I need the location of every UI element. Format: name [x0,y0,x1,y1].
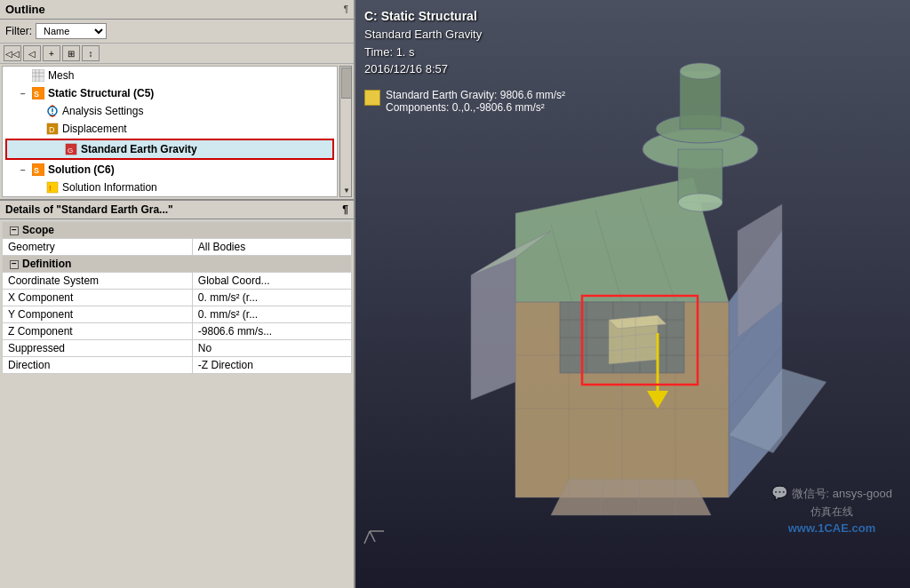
y-component-row: Y Component 0. mm/s² (r... [3,306,352,323]
tree-item-static-structural[interactable]: − S Static Structural (C5) [3,84,337,102]
scope-section-row: Scope [3,222,352,239]
tree-item-solution-info[interactable]: ! Solution Information [3,179,337,196]
displacement-icon: D [45,122,60,136]
x-component-value: 0. mm/s² (r... [192,290,351,306]
left-panel: Outline ¶ Filter: Name ◁◁ ◁ + ⊞ ↕ [0,0,355,588]
details-pin[interactable]: ¶ [342,203,348,216]
static-structural-icon: S [31,86,45,100]
x-component-key: X Component [3,290,193,306]
coord-system-value: Global Coord... [192,273,351,290]
outline-scroll-thumb[interactable] [341,68,352,99]
tree-label-sol-info: Solution Information [62,181,157,194]
direction-row: Direction -Z Direction [3,357,352,374]
svg-text:!: ! [49,184,52,193]
geometry-key: Geometry [3,239,193,256]
outline-pin[interactable]: ¶ [344,4,348,14]
definition-section-row: Definition [3,256,352,273]
details-title: Details of "Standard Earth Gra..." ¶ [0,201,354,219]
legend-color-icon [364,90,380,106]
right-panel[interactable]: C: Static Structural Standard Earth Grav… [355,0,910,588]
svg-point-9 [52,113,53,115]
watermark: 💬 微信号: ansys-good 仿真在线 www.1CAE.com [771,485,892,535]
tree-label-analysis: Analysis Settings [62,105,143,117]
tree-label-gravity: Standard Earth Gravity [81,143,197,155]
suppressed-key: Suppressed [3,340,193,357]
toolbar-btn-sort[interactable]: ↕ [82,45,100,61]
info-overlay: C: Static Structural Standard Earth Grav… [364,7,482,78]
viewport-title-line3: Time: 1. s [364,44,482,61]
geometry-value: All Bodies [192,239,351,256]
filter-select[interactable]: Name [36,23,107,39]
coord-system-key: Coordinate System [3,273,193,290]
suppressed-value: No [192,340,351,357]
details-table: Scope Geometry All Bodies Definition Coo… [2,221,352,374]
filter-label: Filter: [5,25,32,37]
tree-list: Mesh − S Static Structural (C5) [2,66,338,197]
gravity-highlight-box: G Standard Earth Gravity [5,139,334,160]
site-watermark: 仿真在线 [771,505,892,520]
filter-row: Filter: Name [0,20,354,44]
x-component-row: X Component 0. mm/s² (r... [3,290,352,306]
tree-item-displacement[interactable]: D Displacement [3,120,337,138]
tree-label-mesh: Mesh [48,69,74,82]
svg-marker-56 [551,480,711,515]
outline-section: Outline ¶ Filter: Name ◁◁ ◁ + ⊞ ↕ [0,0,354,201]
z-component-key: Z Component [3,323,193,340]
tree-label-solution: Solution (C6) [48,163,115,176]
tree-item-solution[interactable]: − S Solution (C6) [3,161,337,179]
solution-info-icon: ! [45,180,60,195]
outline-title: Outline [5,3,45,16]
legend-label: Standard Earth Gravity: 9806.6 mm/s² [386,89,565,101]
svg-point-62 [680,63,721,79]
y-component-key: Y Component [3,306,193,323]
toolbar-btn-back-back[interactable]: ◁◁ [4,45,21,61]
direction-key: Direction [3,357,193,374]
tree-label-static: Static Structural (C5) [48,87,154,99]
z-component-row: Z Component -9806.6 mm/s... [3,323,352,340]
scroll-down-btn[interactable]: ▼ [340,184,353,196]
viewport-title-line1: C: Static Structural [364,7,482,26]
wechat-label: 微信号: ansys-good [792,487,892,500]
toolbar-btn-grid[interactable]: ⊞ [62,45,80,61]
wechat-watermark: 💬 微信号: ansys-good [771,485,892,502]
solution-icon: S [31,163,45,177]
svg-text:G: G [68,147,73,155]
definition-collapse-icon[interactable] [10,260,19,269]
scope-collapse-icon[interactable] [10,226,19,235]
svg-rect-0 [32,69,44,82]
svg-text:D: D [49,125,55,134]
toolbar-btn-back[interactable]: ◁ [23,45,41,61]
legend-text: Standard Earth Gravity: 9806.6 mm/s² Com… [386,89,565,114]
scope-section-label: Scope [3,222,352,239]
outline-header: Outline ¶ [0,0,354,20]
toolbar-btn-plus[interactable]: + [43,45,60,61]
direction-value: -Z Direction [192,357,351,374]
svg-text:S: S [34,90,39,99]
details-section: Details of "Standard Earth Gra..." ¶ Sco… [0,201,354,588]
y-component-value: 0. mm/s² (r... [192,306,351,323]
legend-components: Components: 0.,0.,-9806.6 mm/s² [386,101,565,114]
geometry-row: Geometry All Bodies [3,239,352,256]
svg-rect-61 [680,71,721,129]
tree-label-displacement: Displacement [62,123,127,135]
analysis-settings-icon [45,104,60,118]
url-watermark: www.1CAE.com [771,521,892,535]
suppressed-row: Suppressed No [3,340,352,357]
legend-overlay: Standard Earth Gravity: 9806.6 mm/s² Com… [364,89,565,114]
coord-system-row: Coordinate System Global Coord... [3,273,352,290]
tree-item-mesh[interactable]: Mesh [3,67,337,84]
svg-text:S: S [34,166,39,175]
outline-scrollbar[interactable]: ▼ [339,66,352,197]
z-component-value: -9806.6 mm/s... [192,323,351,340]
mesh-icon [31,68,45,83]
tree-wrapper: Mesh − S Static Structural (C5) [0,64,354,199]
viewport[interactable]: C: Static Structural Standard Earth Grav… [355,0,910,588]
tree-item-analysis-settings[interactable]: Analysis Settings [3,102,337,120]
details-title-text: Details of "Standard Earth Gra..." [5,203,173,216]
viewport-title-line2: Standard Earth Gravity [364,26,482,44]
svg-point-26 [678,194,722,211]
tree-item-gravity[interactable]: G Standard Earth Gravity [7,140,332,158]
definition-section-label: Definition [3,256,352,273]
viewport-title-line4: 2016/12/16 8:57 [364,60,482,78]
gravity-icon: G [64,142,78,156]
